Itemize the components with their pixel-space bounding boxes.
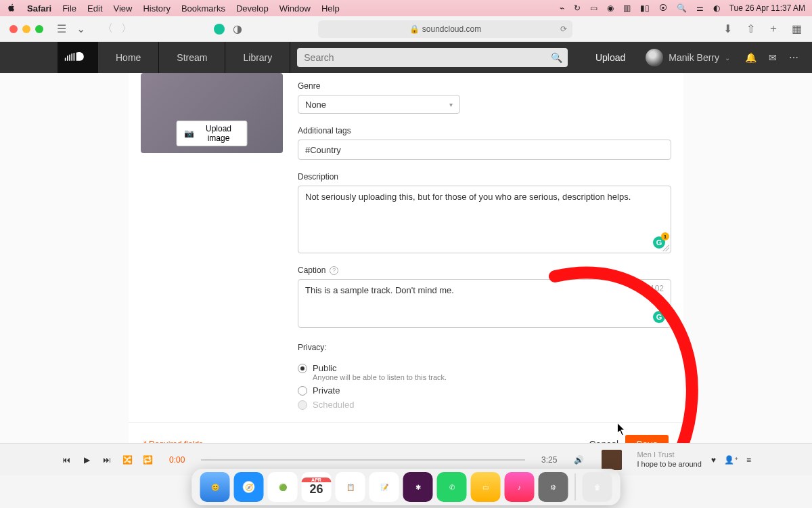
menu-develop[interactable]: Develop [236,3,269,14]
display-icon[interactable]: ▥ [623,3,631,13]
search-icon[interactable]: 🔍 [551,52,562,63]
sidebar-icon[interactable]: ☰ [55,23,68,35]
siri-icon[interactable]: ◐ [713,3,720,13]
dock-finder-icon[interactable]: 😊 [200,472,230,502]
control-center-icon[interactable]: ⚌ [696,3,704,13]
dock-music-icon[interactable]: ♪ [505,472,535,502]
now-playing-art[interactable] [602,450,622,470]
dock-slack-icon[interactable]: ✱ [403,472,433,502]
menu-window[interactable]: Window [279,3,311,14]
camera-icon: 📷 [184,129,194,138]
notifications-icon[interactable]: 🔔 [745,52,757,63]
nav-stream[interactable]: Stream [159,42,225,73]
menu-file[interactable]: File [62,3,76,14]
privacy-public-option[interactable]: Public [298,363,671,373]
like-icon[interactable]: ♥ [711,455,716,465]
grammarly-badge-icon[interactable]: G [653,311,665,323]
repeat-icon[interactable]: 🔁 [142,454,153,465]
lock-icon: 🔒 [409,24,420,34]
share-icon[interactable]: ⇧ [744,23,757,35]
dock-notes-icon[interactable]: 📝 [369,472,399,502]
tags-label: Additional tags [298,126,671,135]
menu-view[interactable]: View [114,3,133,14]
more-icon[interactable]: ⋯ [789,52,798,63]
dock-chrome-icon[interactable]: 🟢 [268,472,298,502]
bluetooth-icon[interactable]: ⌁ [560,3,564,13]
downloads-icon[interactable]: ⬇ [721,23,734,35]
genre-select[interactable]: None ▾ [298,95,460,114]
tags-input[interactable]: #Country [298,140,671,160]
search-input[interactable] [297,48,568,67]
address-bar[interactable]: 🔒 soundcloud.com ⟳ [318,20,572,38]
prev-track-icon[interactable]: ⏮ [61,454,72,465]
duration: 3:25 [541,455,557,465]
user-menu[interactable]: Manik Berry ⌄ [637,42,738,73]
back-icon[interactable]: 〈 [102,23,114,35]
dock-calendar-icon[interactable]: APR26 [302,472,332,502]
menu-edit[interactable]: Edit [87,3,102,14]
nav-home[interactable]: Home [98,42,159,73]
dock-trash-icon[interactable]: 🗑 [583,472,612,502]
date-icon[interactable]: ▭ [590,3,597,13]
dock-safari-icon[interactable]: 🧭 [234,472,264,502]
radio-icon [298,400,307,410]
page-content: 📷 Upload image Genre None ▾ Additional t… [0,73,812,467]
next-track-icon[interactable]: ⏭ [102,454,112,465]
mac-menubar: Safari File Edit View History Bookmarks … [0,0,812,16]
queue-icon[interactable]: ≡ [746,455,751,465]
upload-image-button[interactable]: 📷 Upload image [177,121,248,146]
soundcloud-header: Home Stream Library 🔍 Upload Manik Berry… [0,42,812,73]
progress-bar[interactable] [201,459,525,461]
url-host: soundcloud.com [422,24,481,34]
shield-icon[interactable]: ◑ [231,23,244,35]
battery-icon[interactable]: ▮▯ [640,3,650,13]
dock-whatsapp-icon[interactable]: ✆ [437,472,467,502]
genre-label: Genre [298,81,671,91]
soundcloud-logo-icon[interactable] [58,42,98,73]
dock: 😊 🧭 🟢 APR26 📋 📝 ✱ ✆ ▭ ♪ ⚙ 🗑 [192,469,621,505]
search-container: 🔍 [297,48,568,67]
menu-bookmarks[interactable]: Bookmarks [181,3,225,14]
caption-textarea[interactable]: This is a sample track. Don't mind me. 1… [298,279,671,328]
app-name[interactable]: Safari [27,3,51,14]
now-playing-title: I hope to be around [637,460,701,469]
chevron-down-icon: ▾ [449,101,453,108]
dock-stickies-icon[interactable]: ▭ [471,472,501,502]
now-playing-meta[interactable]: Men I Trust I hope to be around [637,450,701,468]
privacy-private-option[interactable]: Private [298,385,671,396]
help-icon[interactable]: ? [330,266,338,275]
dock-separator [575,473,576,501]
apple-icon[interactable] [7,3,16,14]
messages-icon[interactable]: ✉ [769,52,777,63]
tabs-overview-icon[interactable]: ▦ [790,23,803,35]
description-label: Description [298,172,671,182]
clock[interactable]: Tue 26 Apr 11:37 AM [729,3,805,13]
avatar [646,49,663,66]
play-icon[interactable]: ▶ [81,454,92,465]
wifi-icon[interactable]: ⦿ [659,3,667,13]
timemachine-icon[interactable]: ↻ [574,3,581,13]
now-playing-artist: Men I Trust [637,450,701,459]
dock-reminders-icon[interactable]: 📋 [336,472,365,502]
upload-link[interactable]: Upload [583,42,637,73]
follow-icon[interactable]: 👤⁺ [724,455,738,465]
resize-handle[interactable] [662,245,669,251]
dock-settings-icon[interactable]: ⚙ [539,472,568,502]
volume-icon[interactable]: 🔊 [573,454,584,465]
tabgroup-chevron-icon[interactable]: ⌄ [74,23,87,35]
nav-library[interactable]: Library [225,42,290,73]
grammarly-extension-icon[interactable] [214,24,225,35]
privacy-public-subtext: Anyone will be able to listen to this tr… [313,373,671,381]
reload-icon[interactable]: ⟳ [560,24,567,34]
menu-help[interactable]: Help [321,3,340,14]
forward-icon[interactable]: 〉 [120,23,133,35]
shuffle-icon[interactable]: 🔀 [122,454,133,465]
spotlight-icon[interactable]: 🔍 [677,3,687,13]
window-controls[interactable] [9,25,43,33]
description-textarea[interactable]: Not seriously uploading this, but for th… [298,186,671,253]
new-tab-icon[interactable]: ＋ [767,23,780,35]
playback-icon[interactable]: ◉ [607,3,614,13]
upload-card: 📷 Upload image Genre None ▾ Additional t… [129,73,683,467]
menu-history[interactable]: History [143,3,170,14]
track-artwork: 📷 Upload image [141,73,283,153]
